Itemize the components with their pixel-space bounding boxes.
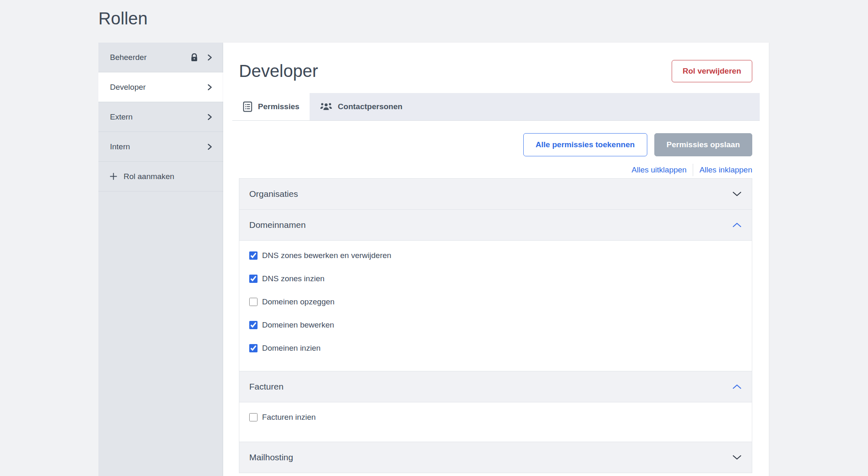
create-role-button[interactable]: Rol aanmaken xyxy=(98,162,223,191)
permission-row: Domeinen inzien xyxy=(249,344,743,353)
create-role-label: Rol aanmaken xyxy=(124,172,174,181)
permission-row: DNS zones bewerken en verwijderen xyxy=(249,251,743,260)
role-title: Developer xyxy=(239,60,318,82)
section-domeinnamen-header[interactable]: Domeinnamen xyxy=(239,210,752,240)
links-divider xyxy=(693,164,693,176)
tab-label: Contactpersonen xyxy=(338,102,402,111)
expand-collapse-links: Alles uitklappen Alles inklappen xyxy=(240,164,752,176)
permission-checkbox[interactable] xyxy=(249,251,258,260)
permission-checkbox[interactable] xyxy=(249,321,258,329)
page-title: Rollen xyxy=(98,7,148,31)
section-organisaties: Organisaties xyxy=(239,178,752,210)
list-icon xyxy=(243,101,253,112)
section-title: Organisaties xyxy=(249,189,298,199)
roles-sidebar: Beheerder Developer Extern Intern xyxy=(98,43,223,476)
permission-checkbox[interactable] xyxy=(249,275,258,283)
expand-all-link[interactable]: Alles uitklappen xyxy=(632,165,687,175)
chevron-right-icon xyxy=(207,113,212,121)
permission-checkbox[interactable] xyxy=(249,413,258,421)
delete-role-button[interactable]: Rol verwijderen xyxy=(672,60,753,82)
permission-label[interactable]: Domeinen bewerken xyxy=(262,321,334,330)
chevron-down-icon xyxy=(732,454,742,460)
section-facturen: Facturen Facturen inzien xyxy=(239,371,752,442)
sidebar-item-label: Developer xyxy=(110,83,146,92)
permission-row: Domeinen bewerken xyxy=(249,321,743,330)
permissions-accordion: Organisaties Domeinnamen DNS zones bewer… xyxy=(239,178,752,473)
tab-permissies[interactable]: Permissies xyxy=(232,93,310,120)
permission-label[interactable]: DNS zones inzien xyxy=(262,274,324,283)
sidebar-item-label: Extern xyxy=(110,112,133,122)
save-permissions-button[interactable]: Permissies opslaan xyxy=(654,133,752,156)
section-title: Mailhosting xyxy=(249,452,293,462)
tab-bar: Permissies Contactpersonen xyxy=(232,93,760,121)
chevron-up-icon xyxy=(732,222,742,228)
sidebar-item-beheerder[interactable]: Beheerder xyxy=(98,43,223,72)
section-mailhosting-header[interactable]: Mailhosting xyxy=(239,442,752,473)
chevron-up-icon xyxy=(732,384,742,390)
permission-label[interactable]: Domeinen opzeggen xyxy=(262,297,334,306)
permission-label[interactable]: Domeinen inzien xyxy=(262,344,321,353)
collapse-all-link[interactable]: Alles inklappen xyxy=(699,165,752,175)
permission-checkbox[interactable] xyxy=(249,344,258,352)
permission-row: Domeinen opzeggen xyxy=(249,297,743,306)
role-detail-card: Developer Rol verwijderen Permissies Con… xyxy=(223,43,769,476)
section-organisaties-header[interactable]: Organisaties xyxy=(239,179,752,209)
permission-label[interactable]: Facturen inzien xyxy=(262,413,316,422)
chevron-right-icon xyxy=(207,143,212,151)
grant-all-permissions-button[interactable]: Alle permissies toekennen xyxy=(523,133,647,156)
tab-contactpersonen[interactable]: Contactpersonen xyxy=(310,93,413,120)
sidebar-item-label: Beheerder xyxy=(110,53,147,62)
plus-icon xyxy=(110,173,117,180)
permission-actions: Alle permissies toekennen Permissies ops… xyxy=(240,133,752,156)
section-domeinnamen: Domeinnamen DNS zones bewerken en verwij… xyxy=(239,209,752,371)
section-facturen-header[interactable]: Facturen xyxy=(239,371,752,402)
card-header: Developer Rol verwijderen xyxy=(223,43,769,82)
permission-label[interactable]: DNS zones bewerken en verwijderen xyxy=(262,251,391,260)
sidebar-item-developer[interactable]: Developer xyxy=(98,72,223,102)
permission-checkbox[interactable] xyxy=(249,298,258,306)
section-title: Facturen xyxy=(249,382,284,392)
permission-row: DNS zones inzien xyxy=(249,274,743,283)
section-domeinnamen-body: DNS zones bewerken en verwijderen DNS zo… xyxy=(239,240,752,371)
chevron-down-icon xyxy=(732,191,742,197)
sidebar-item-intern[interactable]: Intern xyxy=(98,132,223,162)
section-mailhosting: Mailhosting xyxy=(239,442,752,473)
users-icon xyxy=(320,102,332,112)
section-facturen-body: Facturen inzien xyxy=(239,402,752,442)
section-title: Domeinnamen xyxy=(249,220,306,230)
chevron-right-icon xyxy=(207,84,212,91)
sidebar-item-label: Intern xyxy=(110,142,130,151)
chevron-right-icon xyxy=(207,54,212,61)
sidebar-item-extern[interactable]: Extern xyxy=(98,102,223,132)
lock-icon xyxy=(191,53,198,62)
permission-row: Facturen inzien xyxy=(249,413,743,422)
tab-label: Permissies xyxy=(258,102,299,111)
